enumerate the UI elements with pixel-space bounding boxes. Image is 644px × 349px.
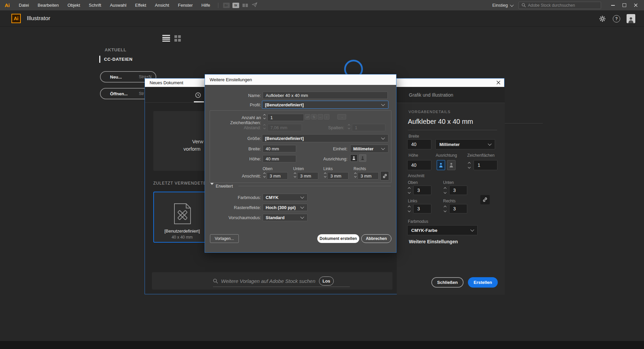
adobe-stock-search-input[interactable]: Adobe Stock durchsuchen (519, 2, 601, 9)
orientation-label: Ausrichtung (436, 153, 457, 158)
recent-preset-card[interactable]: [Benutzerdefiniert] 40 x 40 mm (153, 192, 211, 243)
profile-label: Profil: (210, 102, 261, 107)
more-settings-titlebar[interactable]: Weitere Einstellungen (205, 74, 396, 85)
menu-effekt[interactable]: Effekt (131, 0, 151, 11)
divider (238, 186, 391, 186)
close-window-button[interactable] (630, 0, 641, 11)
settings-gear-icon[interactable] (598, 15, 606, 23)
close-dialog-icon[interactable] (496, 81, 500, 86)
maximize-button[interactable] (619, 0, 630, 11)
stock-search-go-button[interactable]: Los (319, 277, 334, 286)
bleed-top-input[interactable]: 3 (413, 186, 431, 195)
preset-details-panel: Grafik und Illustration VORGABENDETAILS … (397, 87, 505, 295)
size-dropdown[interactable]: [Benutzerdefiniert] (262, 134, 388, 142)
bleed-left-input[interactable]: 3 (413, 204, 431, 213)
menu-datei[interactable]: Datei (14, 0, 33, 11)
height-label: Höhe (409, 153, 418, 158)
orientation-portrait-button[interactable] (350, 154, 358, 162)
menu-bearbeiten[interactable]: Bearbeiten (33, 0, 63, 11)
bleed-right-input[interactable]: 3 mm (358, 172, 379, 180)
menubar-divider (218, 3, 218, 8)
arrange-by-column-icon[interactable]: ↕ (324, 114, 329, 119)
profile-dropdown[interactable]: [Benutzerdefiniert] (262, 101, 388, 109)
sidebar-item-cc-dateien[interactable]: CC-DATEIEN (104, 57, 132, 62)
menu-ansicht[interactable]: Ansicht (151, 0, 174, 11)
grid-view-icon[interactable] (174, 35, 181, 42)
bleed-right-input[interactable]: 3 (449, 204, 467, 213)
chevron-down-icon (470, 228, 474, 232)
more-settings-body: Name: Aufkleber 40 x 40 mm Profil: [Benu… (205, 85, 396, 252)
bleed-top-input[interactable]: 3 mm (267, 172, 288, 180)
preview-mode-value: Standard (266, 215, 284, 220)
account-avatar[interactable] (627, 14, 635, 23)
artboard-count-input[interactable]: 1 (267, 114, 304, 121)
artboards-input[interactable]: 1 (474, 160, 497, 170)
bleed-left-stepper[interactable] (323, 173, 327, 180)
help-icon[interactable]: ? (612, 15, 621, 23)
preview-mode-dropdown[interactable]: Standard (263, 214, 308, 221)
list-view-icon[interactable] (162, 35, 170, 42)
bleed-top-stepper[interactable] (263, 173, 266, 180)
height-input[interactable]: 40 mm (263, 155, 296, 162)
unit-dropdown[interactable]: Millimeter (350, 145, 388, 153)
height-input[interactable]: 40 (407, 160, 431, 170)
advanced-section-label[interactable]: Erweitert (216, 184, 233, 189)
share-plane-icon[interactable] (252, 2, 257, 8)
recent-tab-clock-icon[interactable] (195, 92, 201, 99)
width-input[interactable]: 40 mm (263, 145, 296, 152)
bleed-left-stepper[interactable] (407, 204, 412, 213)
menu-schrift[interactable]: Schrift (85, 0, 106, 11)
bleed-top-label: Oben (408, 180, 418, 185)
orientation-landscape-button[interactable] (359, 154, 366, 162)
minimize-button[interactable] (607, 0, 619, 11)
right-to-left-layout-icon[interactable]: → (337, 114, 346, 119)
sidebar-item-aktuell[interactable]: AKTUELL (105, 47, 126, 52)
chevron-down-icon (488, 142, 491, 146)
name-label: Name: (210, 93, 261, 98)
menu-objekt[interactable]: Objekt (63, 0, 85, 11)
name-input[interactable]: Aufkleber 40 x 40 mm (263, 92, 388, 99)
colormode-dropdown[interactable]: CMYK-Farbe (407, 225, 478, 235)
bleed-right-stepper[interactable] (354, 173, 357, 180)
menu-auswahl[interactable]: Auswahl (106, 0, 131, 11)
unit-dropdown[interactable]: Millimeter (435, 139, 495, 149)
menu-hilfe[interactable]: Hilfe (197, 0, 215, 11)
divider (408, 130, 497, 130)
create-button[interactable]: Erstellen (468, 277, 498, 288)
stock-badge-icon[interactable]: St (232, 3, 239, 8)
bleed-bottom-stepper[interactable] (442, 186, 448, 195)
bleed-bottom-stepper[interactable] (293, 173, 297, 180)
orientation-landscape-button[interactable] (447, 160, 455, 170)
templates-button[interactable]: Vorlagen... (210, 234, 239, 243)
colormode-label: Farbmodus (408, 219, 428, 224)
category-header: Grafik und Illustration (397, 87, 505, 103)
width-input[interactable]: 40 (407, 139, 431, 149)
link-bleed-values-button[interactable] (380, 171, 389, 181)
close-button[interactable]: Schließen (431, 277, 464, 288)
bleed-bottom-input[interactable]: 3 mm (297, 172, 318, 180)
grid-by-column-icon[interactable]: ⇅ (311, 114, 317, 119)
columns-stepper (347, 124, 351, 131)
artboards-stepper[interactable] (467, 160, 472, 170)
colormode-dropdown[interactable]: CMYK (263, 194, 308, 201)
cancel-button[interactable]: Abbrechen (361, 234, 391, 243)
workspace-switcher[interactable]: Einstieg (492, 3, 513, 8)
bleed-left-input[interactable]: 3 mm (327, 172, 348, 180)
create-document-button[interactable]: Dokument erstellen (317, 234, 359, 243)
bleed-bottom-input[interactable]: 3 (449, 186, 467, 195)
artboard-count-stepper[interactable] (263, 114, 266, 121)
chevron-down-icon (300, 215, 304, 219)
raster-effects-dropdown[interactable]: Hoch (300 ppi) (263, 204, 308, 211)
active-nav-indicator (99, 56, 100, 63)
link-bleed-values-button[interactable] (480, 195, 490, 204)
bleed-top-stepper[interactable] (407, 186, 412, 195)
menu-fenster[interactable]: Fenster (173, 0, 197, 11)
bridge-badge-icon[interactable]: Br (223, 3, 230, 8)
orientation-portrait-button[interactable] (437, 160, 445, 170)
workspace-layout-icon[interactable] (242, 3, 249, 8)
bleed-right-stepper[interactable] (442, 204, 448, 213)
advanced-collapse-icon[interactable] (210, 185, 214, 191)
arrange-by-row-icon[interactable]: ↔ (318, 114, 323, 119)
grid-by-row-icon[interactable]: ⇄ (305, 114, 310, 119)
more-settings-link[interactable]: Weitere Einstellungen (409, 239, 458, 244)
